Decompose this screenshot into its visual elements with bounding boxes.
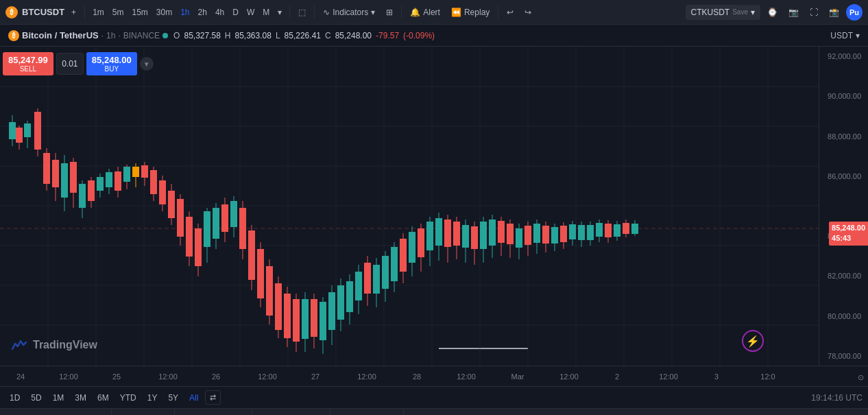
period-1y[interactable]: 1Y (143, 391, 162, 405)
tradingview-logo: TradingView (10, 335, 97, 355)
live-dot (162, 33, 168, 38)
interval-value: 1h (106, 31, 115, 40)
current-price-value: 85,248.00 (832, 223, 865, 233)
alert-button[interactable]: 🔔 Alert (406, 5, 444, 20)
svg-rect-126 (453, 222, 460, 246)
svg-rect-144 (533, 224, 540, 243)
ctkusdt-button[interactable]: CTKUSDT Save ▾ (686, 5, 760, 20)
tf-5m[interactable]: 5m (109, 5, 128, 19)
replay-button[interactable]: ⏪ Replay (447, 5, 494, 20)
svg-rect-108 (373, 265, 380, 294)
tf-4h[interactable]: 4h (212, 5, 228, 19)
svg-rect-138 (507, 224, 514, 244)
tf-15m[interactable]: 15m (128, 5, 151, 19)
exchange-label: · (118, 31, 120, 40)
sell-label: SELL (8, 65, 48, 73)
user-avatar[interactable]: Pu (846, 4, 863, 21)
exchange-value: BINANCE (123, 31, 160, 40)
period-3m[interactable]: 3M (71, 391, 91, 405)
svg-rect-68 (195, 228, 202, 266)
separator-2 (289, 5, 290, 19)
tf-w[interactable]: W (243, 5, 258, 19)
add-symbol-button[interactable]: + (67, 5, 80, 20)
svg-rect-30 (24, 123, 31, 137)
svg-rect-106 (364, 263, 371, 294)
tab-replay-trading[interactable]: Replay Trading (252, 409, 330, 415)
buy-button[interactable]: 85,248.00 BUY (86, 52, 137, 75)
symbol-label[interactable]: BTCUSDT (22, 7, 64, 17)
quantity-input[interactable]: 0.01 (56, 53, 84, 75)
period-5y[interactable]: 5Y (164, 391, 182, 405)
camera2-icon: 📸 (829, 8, 839, 17)
period-1d[interactable]: 1D (5, 391, 24, 405)
tv-logo-text: TradingView (33, 339, 97, 351)
toolbar-right: CTKUSDT Save ▾ ⌚ 📷 ⛶ 📸 Pu (686, 4, 863, 21)
svg-rect-94 (311, 299, 317, 337)
replay-icon: ⏪ (451, 8, 461, 17)
candlestick-chart (0, 47, 819, 366)
time-mar: Mar (511, 372, 525, 381)
time-12-7: 12:00 (659, 372, 678, 381)
tf-more[interactable]: ▾ (274, 5, 285, 19)
tab-crypto-screener[interactable]: Crypto Pairs Screener ▾ (0, 409, 112, 415)
svg-rect-34 (43, 153, 50, 184)
sell-button[interactable]: 85,247.99 SELL (3, 52, 53, 75)
tf-1m[interactable]: 1m (89, 5, 108, 19)
open-label: O (173, 31, 180, 40)
fullscreen-button[interactable]: ⛶ (806, 5, 822, 20)
tf-2h[interactable]: 2h (195, 5, 210, 19)
chart-canvas[interactable]: TradingView ⚡ (0, 47, 819, 366)
svg-rect-116 (409, 232, 415, 263)
settings-button[interactable]: 📸 (825, 5, 843, 20)
period-6m[interactable]: 6M (93, 391, 113, 405)
period-1m[interactable]: 1M (49, 391, 69, 405)
expand-panel-button[interactable]: ⊡ (845, 409, 868, 415)
time-26: 26 (212, 372, 220, 381)
time-12-1: 12:00 (59, 372, 78, 381)
redo-button[interactable]: ↪ (520, 5, 535, 20)
layout-button[interactable]: ⊞ (382, 5, 397, 20)
period-all[interactable]: All (185, 391, 202, 405)
tab-strategy-tester[interactable]: Strategy Tester (175, 409, 252, 415)
chart-type-button[interactable]: ⬚ (294, 5, 310, 20)
price-level-80: 80,000.00 (822, 312, 865, 320)
undo-button[interactable]: ↩ (503, 5, 518, 20)
chart-area: 85,247.99 SELL 0.01 85,248.00 BUY ▼ (0, 47, 868, 366)
svg-rect-76 (230, 201, 237, 227)
quote-label: USDT ▾ (830, 31, 860, 40)
time-28: 28 (413, 372, 421, 381)
time-12-6: 12:00 (559, 372, 579, 381)
svg-rect-152 (569, 224, 576, 239)
collapse-button[interactable]: ▼ (140, 57, 154, 71)
chart-logo: ₿ Bitcoin / TetherUS · 1h · BINANCE (8, 30, 168, 41)
tf-30m[interactable]: 30m (153, 5, 176, 19)
buy-price: 85,248.00 (92, 55, 132, 65)
tab-pine-editor[interactable]: Pine Editor (112, 409, 175, 415)
redo-icon: ↪ (525, 8, 531, 17)
indicators-button[interactable]: ∿ Indicators ▾ (319, 5, 379, 20)
pair-title[interactable]: Bitcoin / TetherUS (22, 30, 99, 40)
svg-rect-132 (480, 222, 487, 249)
price-level-86: 86,000.00 (822, 172, 865, 180)
price-level-88: 88,000.00 (822, 132, 865, 141)
svg-rect-42 (79, 184, 86, 208)
svg-rect-70 (204, 211, 210, 247)
svg-rect-66 (186, 217, 193, 257)
watch-button[interactable]: ⌚ (763, 5, 782, 20)
period-5d[interactable]: 5D (27, 391, 45, 405)
svg-rect-150 (560, 226, 567, 242)
layout-icon: ⊞ (386, 8, 393, 17)
period-toolbar: 1D 5D 1M 3M 6M YTD 1Y 5Y All ⇄ 19:14:16 … (0, 386, 868, 408)
tf-1h[interactable]: 1h (177, 5, 193, 19)
tf-d[interactable]: D (229, 5, 242, 19)
time-axis-clock[interactable]: ⊙ (858, 373, 864, 382)
camera-icon: 📷 (788, 8, 799, 17)
tv-logo-icon (10, 335, 29, 355)
tf-m[interactable]: M (259, 5, 273, 19)
symbol-area[interactable]: ₿ BTCUSDT (5, 6, 64, 19)
period-ytd[interactable]: YTD (116, 391, 141, 405)
compare-button[interactable]: ⇄ (205, 390, 221, 405)
screenshot-button[interactable]: 📷 (784, 5, 803, 20)
flash-button[interactable]: ⚡ (742, 330, 764, 352)
tab-trading-panel[interactable]: Trading Panel (330, 409, 404, 415)
